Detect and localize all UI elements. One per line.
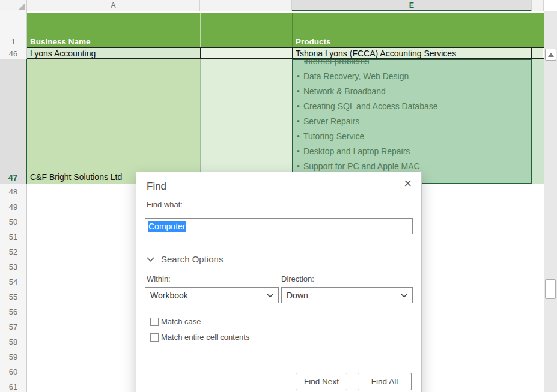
cell-a46[interactable]: Lyons Accounting — [27, 48, 200, 58]
bullet-icon: • — [297, 131, 300, 141]
select-all-triangle-icon — [19, 3, 25, 10]
chevron-down-icon — [147, 257, 154, 262]
cell-e46[interactable]: Tshona Lyons (FCCA) Accounting Services — [292, 48, 532, 58]
selected-search-text: Computer — [148, 221, 186, 232]
spreadsheet-app: A E 1 46 47 48 49 50 51 52 — [0, 0, 557, 392]
direction-label: Direction: — [281, 274, 314, 283]
column-header-mid[interactable] — [200, 0, 292, 11]
find-dialog: Find × Find what: Computer Search Option… — [136, 172, 422, 392]
select-all-corner[interactable] — [0, 0, 27, 11]
product-bullet-item: •Network & Broadband — [297, 84, 531, 99]
row-header[interactable]: 53 — [0, 259, 27, 274]
clipped-strikethrough-text: internet problems — [297, 59, 531, 69]
match-case-label: Match case — [161, 317, 201, 326]
row-header[interactable]: 59 — [0, 349, 27, 364]
cell-mid-47[interactable] — [200, 59, 292, 184]
row-header[interactable]: 48 — [0, 184, 27, 199]
checkbox-icon — [150, 333, 159, 342]
match-entire-cell-checkbox[interactable]: Match entire cell contents — [150, 333, 249, 342]
dialog-title: Find — [147, 181, 166, 193]
find-all-button[interactable]: Find All — [358, 373, 412, 390]
within-label: Within: — [147, 274, 171, 283]
find-next-button[interactable]: Find Next — [296, 373, 347, 390]
cell-mid-46[interactable] — [200, 48, 292, 58]
chevron-down-icon — [401, 294, 407, 298]
direction-dropdown[interactable]: Down — [281, 287, 413, 303]
row-header-46[interactable]: 46 — [0, 48, 27, 59]
search-options-label: Search Options — [161, 254, 223, 264]
cell-a1-business-name[interactable]: Business Name — [27, 13, 200, 48]
row-header[interactable]: 61 — [0, 379, 27, 392]
row-header[interactable]: 49 — [0, 199, 27, 214]
row-header[interactable]: 52 — [0, 244, 27, 259]
scroll-up-arrow-icon — [548, 53, 554, 57]
cell-e47-active-cell[interactable]: internet problems •Data Recovery, Web De… — [292, 59, 532, 184]
match-entire-cell-label: Match entire cell contents — [161, 333, 249, 342]
text-cursor — [186, 222, 186, 231]
bullet-icon: • — [297, 101, 300, 111]
column-header-e[interactable]: E — [292, 0, 532, 11]
bullet-icon: • — [297, 86, 300, 96]
column-header-a[interactable]: A — [27, 0, 200, 11]
product-bullet-item: •Desktop and Laptop Repairs — [297, 144, 531, 159]
row-header[interactable]: 55 — [0, 289, 27, 304]
cell-a47[interactable]: C&F Bright Solutions Ltd — [27, 59, 200, 184]
row-header[interactable]: 50 — [0, 214, 27, 229]
bullet-icon: • — [297, 71, 300, 81]
row-header[interactable]: 54 — [0, 274, 27, 289]
row-header-column: 48 49 50 51 52 53 54 — [0, 184, 27, 392]
close-icon[interactable]: × — [404, 177, 412, 190]
bullet-icon: • — [297, 116, 300, 126]
row-header[interactable]: 58 — [0, 334, 27, 349]
product-bullet-item: •Server Repairs — [297, 114, 531, 129]
find-what-label: Find what: — [147, 200, 183, 209]
bullet-icon: • — [297, 161, 300, 171]
cell-e1-products[interactable]: Products — [292, 13, 532, 48]
cell-mid-1[interactable] — [200, 13, 292, 48]
row-header-1[interactable]: 1 — [0, 11, 27, 48]
row-header[interactable]: 57 — [0, 319, 27, 334]
cell-f47[interactable] — [532, 59, 544, 184]
product-bullet-item: •Tutoring Service — [297, 129, 531, 144]
column-header-f[interactable] — [532, 0, 544, 11]
product-bullet-item: •Creating SQL and Access Database — [297, 99, 531, 114]
search-options-toggle[interactable]: Search Options — [147, 254, 223, 264]
row-header-47[interactable]: 47 — [0, 59, 27, 184]
vertical-scrollbar-thumb[interactable] — [545, 279, 556, 299]
row-header[interactable]: 60 — [0, 364, 27, 379]
row-header[interactable]: 51 — [0, 229, 27, 244]
scrollbar-up-button[interactable] — [545, 49, 556, 61]
cell-f1[interactable] — [532, 13, 544, 48]
match-case-checkbox[interactable]: Match case — [150, 317, 201, 326]
bullet-icon: • — [297, 146, 300, 156]
row-header[interactable]: 56 — [0, 304, 27, 319]
row-46: Lyons Accounting Tshona Lyons (FCCA) Acc… — [27, 47, 544, 59]
chevron-down-icon — [267, 294, 273, 298]
product-bullet-item: •Data Recovery, Web Design — [297, 69, 531, 84]
column-e-right-gridline — [532, 184, 532, 392]
vertical-scrollbar-track[interactable] — [544, 11, 557, 392]
checkbox-icon — [150, 318, 159, 326]
within-dropdown[interactable]: Workbook — [145, 287, 279, 303]
cell-f46[interactable] — [532, 48, 543, 58]
find-what-input[interactable]: Computer — [145, 218, 413, 234]
